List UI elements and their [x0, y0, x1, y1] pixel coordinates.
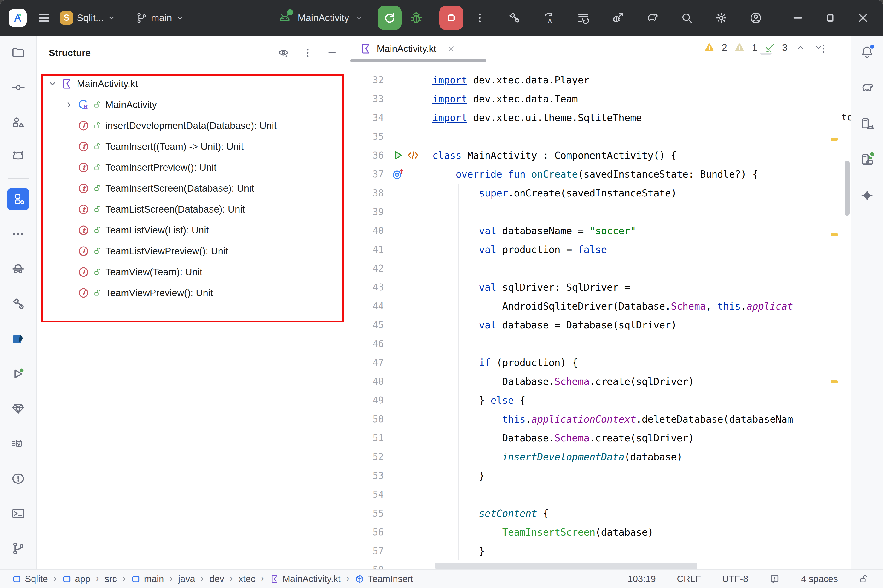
- sidebar-item-logcat[interactable]: [11, 436, 26, 451]
- project-selector[interactable]: S Sqlit...: [55, 8, 120, 28]
- kotlin-file-icon: [360, 42, 372, 55]
- debug-button[interactable]: [409, 10, 424, 25]
- maximize-button[interactable]: [824, 11, 837, 25]
- gemini-icon: [11, 401, 26, 416]
- sidebar-item-device-explorer[interactable]: [11, 262, 26, 276]
- line-number: 49: [349, 395, 384, 405]
- line-number: 40: [349, 225, 384, 236]
- inspections-widget[interactable]: 213: [699, 42, 823, 53]
- split-editor-sliver[interactable]: to: [840, 36, 851, 569]
- code-line: 38 super.onCreate(savedInstanceState): [349, 184, 840, 202]
- breadcrumb-separator: ›: [53, 573, 57, 585]
- breadcrumb-item[interactable]: main: [131, 574, 164, 584]
- line-number: 35: [349, 131, 384, 142]
- sliver-scrollbar[interactable]: [845, 160, 850, 216]
- svg-text:A: A: [548, 18, 552, 24]
- annotation-box: [41, 74, 344, 322]
- code-text: setContent {: [432, 508, 549, 519]
- scrollbar-warning-mark[interactable]: [831, 233, 838, 236]
- more-run-options-button[interactable]: [473, 12, 486, 24]
- breadcrumb-item[interactable]: Sqlite: [12, 574, 48, 584]
- code-line: 41 val production = false: [349, 240, 840, 259]
- code-line: 43 val sqlDriver: SqlDriver =: [349, 278, 840, 297]
- line-number: 37: [349, 169, 384, 180]
- gutter[interactable]: [384, 168, 432, 181]
- folder-sm-icon: [62, 574, 72, 584]
- profile-button[interactable]: [749, 11, 763, 25]
- line-separator[interactable]: CRLF: [677, 574, 701, 584]
- line-number: 42: [349, 263, 384, 274]
- sidebar-item-problems[interactable]: [11, 471, 26, 486]
- stop-button[interactable]: [439, 6, 463, 30]
- code-text: TeamInsertScreen(database): [432, 526, 653, 538]
- breadcrumb-separator: ›: [200, 573, 204, 585]
- project-icon: [11, 45, 26, 60]
- tab-scrollbar[interactable]: [350, 59, 486, 62]
- breadcrumb-item[interactable]: TeamInsert: [355, 574, 413, 584]
- settings-button[interactable]: [715, 11, 728, 25]
- sidebar-item-gradle[interactable]: [860, 81, 874, 95]
- tab-mainactivity[interactable]: MainActivity.kt: [360, 42, 456, 55]
- code-line: 54: [349, 485, 840, 504]
- minimize-button[interactable]: [791, 11, 804, 25]
- hide-panel-icon[interactable]: [326, 47, 338, 59]
- code-line: 44 AndroidSqliteDriver(Database.Schema, …: [349, 297, 840, 315]
- sidebar-item-terminal[interactable]: [11, 506, 26, 521]
- inspection-highlight-icon[interactable]: [769, 574, 780, 584]
- sidebar-item-running-devices[interactable]: [860, 152, 874, 167]
- attach-debugger-button[interactable]: [611, 11, 624, 25]
- apply-changes-button[interactable]: A: [542, 11, 555, 25]
- sidebar-item-database-inspector[interactable]: [11, 332, 26, 346]
- breadcrumb-item[interactable]: src: [105, 574, 117, 584]
- view-options-icon[interactable]: [277, 47, 289, 59]
- breadcrumb-item[interactable]: MainActivity.kt: [269, 574, 341, 584]
- line-number: 47: [349, 357, 384, 368]
- sidebar-item-structure[interactable]: [7, 188, 29, 210]
- line-number: 52: [349, 452, 384, 462]
- sidebar-item-gemini-chat[interactable]: [860, 188, 874, 203]
- unlock-icon[interactable]: [859, 574, 869, 584]
- sidebar-item-assistant[interactable]: [11, 150, 26, 165]
- sidebar-item-notifications[interactable]: [860, 45, 874, 60]
- sidebar-item-version-control[interactable]: [11, 541, 26, 556]
- horizontal-scrollbar[interactable]: [435, 563, 697, 569]
- run-configuration[interactable]: MainActivity: [298, 12, 349, 23]
- file-encoding[interactable]: UTF-8: [722, 574, 748, 584]
- run-icon: [11, 366, 26, 381]
- gradle-sync-button[interactable]: [645, 11, 659, 25]
- more-options-icon[interactable]: [302, 47, 314, 59]
- breadcrumb-item[interactable]: java: [178, 574, 195, 584]
- code-text: Database.Schema.create(sqlDriver): [432, 432, 694, 444]
- breadcrumb-separator: ›: [96, 573, 99, 585]
- sidebar-item-gemini[interactable]: [11, 401, 26, 416]
- rerun-button[interactable]: [378, 6, 402, 30]
- build-button[interactable]: [508, 11, 521, 25]
- indent-setting[interactable]: 4 spaces: [801, 574, 838, 584]
- main-menu-button[interactable]: [33, 8, 55, 28]
- sidebar-item-project[interactable]: [11, 45, 26, 60]
- scrollbar-warning-mark[interactable]: [831, 380, 838, 383]
- breadcrumb-item[interactable]: dev: [209, 574, 224, 584]
- sidebar-item-device-manager[interactable]: [860, 117, 874, 131]
- sidebar-item-build[interactable]: [11, 297, 26, 311]
- close-tab-icon[interactable]: [447, 44, 456, 53]
- sidebar-item-run[interactable]: [11, 366, 26, 381]
- search-everywhere-button[interactable]: [680, 11, 693, 25]
- sidebar-item-more-tool-windows[interactable]: [11, 227, 26, 242]
- scrollbar-warning-mark[interactable]: [831, 138, 838, 141]
- sidebar-item-commit[interactable]: [11, 80, 26, 95]
- profiler-button[interactable]: [577, 11, 590, 25]
- structure-icon: [12, 192, 25, 206]
- close-button[interactable]: [856, 11, 869, 25]
- code-line: 33 import dev.xtec.data.Team: [349, 89, 840, 108]
- code-line: 53 }: [349, 466, 840, 485]
- breadcrumb-item[interactable]: app: [62, 574, 90, 584]
- device-explorer-icon: [11, 262, 26, 276]
- sidebar-item-resource-manager[interactable]: [11, 115, 26, 130]
- vcs-branch-selector[interactable]: main: [131, 9, 189, 27]
- breadcrumb-item[interactable]: xtec: [239, 574, 255, 584]
- code-line: 50 this.applicationContext.deleteDatabas…: [349, 410, 840, 429]
- caret-position[interactable]: 103:19: [628, 574, 656, 584]
- gutter[interactable]: [384, 149, 432, 162]
- code-text: } else {: [432, 395, 526, 406]
